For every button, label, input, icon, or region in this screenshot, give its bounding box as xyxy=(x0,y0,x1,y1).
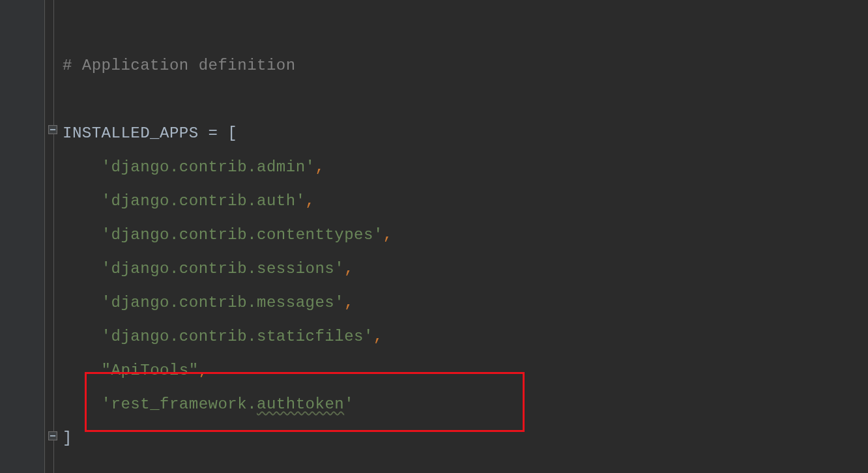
equals-operator: = xyxy=(199,124,228,142)
string-quote: ' xyxy=(334,260,344,278)
string-quote: ' xyxy=(102,226,111,244)
string-quote: ' xyxy=(306,158,315,176)
indent-guide xyxy=(53,0,54,473)
string-value: django.contrib.auth xyxy=(111,192,296,210)
comma: , xyxy=(344,260,354,278)
code-line-item: 'rest_framework.authtoken' xyxy=(63,388,868,422)
string-quote: ' xyxy=(373,226,383,244)
code-line-item: 'django.contrib.staticfiles', xyxy=(63,320,868,354)
string-value-warning: authtoken xyxy=(257,395,344,413)
close-bracket: ] xyxy=(63,429,72,447)
gutter xyxy=(0,0,44,473)
code-line-item: 'django.contrib.messages', xyxy=(63,286,868,320)
code-line-item: 'django.contrib.admin', xyxy=(63,150,868,184)
comment-text: # Application definition xyxy=(63,57,296,74)
comma: , xyxy=(315,158,325,176)
comma: , xyxy=(373,328,383,345)
string-value: django.contrib.contenttypes xyxy=(111,226,373,244)
string-value: django.contrib.staticfiles xyxy=(111,328,364,345)
comma: , xyxy=(344,294,354,311)
string-value: django.contrib.admin xyxy=(111,158,306,176)
string-value: django.contrib.sessions xyxy=(111,260,335,278)
comma: , xyxy=(383,226,393,244)
code-editor[interactable]: # Application definition INSTALLED_APPS … xyxy=(63,0,868,455)
string-value: django.contrib.messages xyxy=(111,294,335,311)
string-quote: ' xyxy=(102,192,111,210)
string-quote: ' xyxy=(344,395,354,413)
string-quote: ' xyxy=(102,158,111,176)
string-value: ApiTools xyxy=(111,362,189,379)
comma: , xyxy=(306,192,315,210)
fold-expand-icon[interactable] xyxy=(47,430,59,442)
open-bracket: [ xyxy=(227,124,237,142)
code-line-close: ] xyxy=(63,422,868,455)
string-quote: ' xyxy=(296,192,306,210)
string-quote: ' xyxy=(102,260,111,278)
code-line-item: "ApiTools", xyxy=(63,354,868,388)
gutter-divider xyxy=(44,0,45,473)
code-line-comment: # Application definition xyxy=(63,49,868,83)
code-line-declaration: INSTALLED_APPS = [ xyxy=(63,117,868,150)
string-quote: " xyxy=(189,362,199,379)
string-quote: ' xyxy=(102,294,111,311)
code-line-item: 'django.contrib.auth', xyxy=(63,184,868,218)
string-quote: " xyxy=(102,362,111,379)
string-quote: ' xyxy=(364,328,373,345)
variable-name: INSTALLED_APPS xyxy=(63,124,199,142)
comma: , xyxy=(199,362,209,379)
string-quote: ' xyxy=(102,395,111,413)
string-value-prefix: rest_framework. xyxy=(111,395,257,413)
string-quote: ' xyxy=(334,294,344,311)
code-line-item: 'django.contrib.contenttypes', xyxy=(63,218,868,252)
fold-collapse-icon[interactable] xyxy=(47,124,59,136)
string-quote: ' xyxy=(102,328,111,345)
code-line-blank xyxy=(63,83,868,117)
code-line-item: 'django.contrib.sessions', xyxy=(63,252,868,286)
